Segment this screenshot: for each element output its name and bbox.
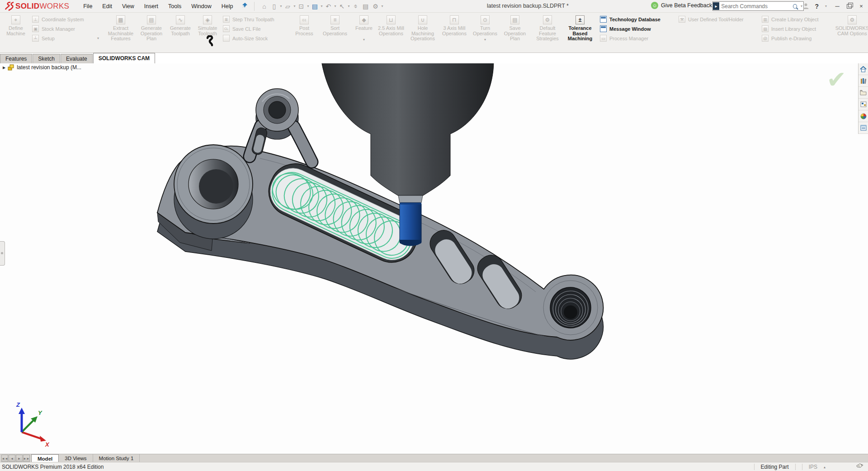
coordinate-system-icon bbox=[32, 16, 39, 23]
appearances-icon[interactable] bbox=[859, 110, 868, 122]
technology-database-icon bbox=[600, 16, 607, 23]
design-library-icon[interactable] bbox=[859, 75, 868, 87]
brand-light: WORKS bbox=[39, 2, 69, 10]
feature-button[interactable]: Feature ▾ bbox=[353, 13, 375, 52]
restore-button[interactable] bbox=[847, 4, 852, 9]
status-bar: SOLIDWORKS Premium 2018 x64 Edition Edit… bbox=[0, 462, 868, 471]
tolerance-based-machining-button[interactable]: Tolerance Based Machining bbox=[565, 13, 595, 52]
cam-options-label: SOLIDWORKS CAM Options bbox=[835, 26, 868, 36]
new-document-icon[interactable]: ▯ bbox=[269, 2, 278, 11]
stock-manager-button[interactable]: Stock Manager bbox=[32, 24, 100, 33]
post-process-button[interactable]: Post Process bbox=[291, 13, 317, 52]
file-explorer-icon[interactable] bbox=[859, 87, 868, 99]
create-library-object-button[interactable]: Create Library Object bbox=[762, 15, 829, 24]
confirmation-check-icon[interactable]: ✔ bbox=[826, 68, 846, 91]
save-icon[interactable]: ⊡ bbox=[297, 2, 306, 11]
custom-properties-icon[interactable] bbox=[859, 122, 868, 134]
define-machine-button[interactable]: Define Machine bbox=[2, 13, 30, 52]
select-icon[interactable]: ↖ bbox=[337, 2, 346, 11]
magnified-selection-icon[interactable]: ⌽ bbox=[351, 2, 360, 11]
help-dropdown-icon[interactable]: ▾ bbox=[825, 4, 827, 8]
home-icon[interactable]: ⌂ bbox=[259, 2, 269, 11]
first-tab-button[interactable]: ◄◄ bbox=[1, 455, 8, 462]
open-icon[interactable]: ▱ bbox=[283, 2, 292, 11]
setup-dropdown-icon[interactable]: ▾ bbox=[97, 36, 99, 40]
help-menu-icon[interactable]: ? bbox=[815, 3, 819, 10]
expand-arrow-icon[interactable]: ▶ bbox=[3, 66, 5, 70]
feature-tree-root[interactable]: ▶ latest revision backup (M... bbox=[3, 64, 81, 71]
menu-file[interactable]: File bbox=[78, 1, 97, 11]
menu-bar: SOLIDWORKS File Edit View Insert Tools W… bbox=[0, 0, 868, 13]
technology-database-button[interactable]: Technology Database bbox=[600, 15, 671, 24]
menu-window[interactable]: Window bbox=[186, 1, 216, 11]
feature-dropdown-icon[interactable]: ▾ bbox=[363, 38, 365, 42]
unit-system-selector[interactable]: IPS bbox=[809, 464, 817, 470]
brand-text: SOLIDWORKS bbox=[15, 2, 69, 11]
undo-icon[interactable]: ↶ bbox=[324, 2, 333, 11]
sort-operations-button[interactable]: Sort Operations bbox=[320, 13, 350, 52]
beta-feedback[interactable]: ☺ Give Beta Feedback bbox=[651, 2, 712, 9]
tab-model[interactable]: Model bbox=[31, 454, 59, 462]
default-feature-strategies-button[interactable]: Default Feature Strategies bbox=[533, 13, 562, 52]
unit-system-dropdown-icon[interactable]: ▴ bbox=[824, 465, 826, 469]
tab-motion-study-1[interactable]: Motion Study 1 bbox=[93, 454, 140, 462]
user-defined-tool-holder-button[interactable]: User Defined Tool/Holder bbox=[679, 15, 755, 24]
search-dropdown-icon[interactable]: ▾ bbox=[801, 4, 802, 8]
coordinate-system-button[interactable]: Coordinate System bbox=[32, 15, 100, 24]
close-button[interactable]: × bbox=[857, 3, 865, 10]
generate-operation-plan-button[interactable]: Generate Operation Plan bbox=[137, 13, 166, 52]
tag-icon[interactable] bbox=[856, 463, 863, 471]
file-properties-icon[interactable]: ▤ bbox=[361, 2, 370, 11]
message-window-button[interactable]: Message Window bbox=[600, 24, 671, 33]
process-manager-label: Process Manager bbox=[609, 36, 648, 41]
menu-view[interactable]: View bbox=[117, 1, 139, 11]
tab-evaluate[interactable]: Evaluate bbox=[61, 54, 93, 63]
publish-edrawing-button[interactable]: Publish e-Drawing bbox=[762, 34, 829, 43]
print-icon[interactable]: ▤ bbox=[310, 2, 319, 11]
tab-sketch[interactable]: Sketch bbox=[33, 54, 60, 63]
options-gear-icon[interactable]: ⚙ bbox=[371, 2, 380, 11]
feature-pane-splitter-handle[interactable] bbox=[0, 241, 5, 266]
user-account-icon[interactable] bbox=[802, 3, 809, 10]
auto-size-stock-button[interactable]: Auto-Size Stock bbox=[223, 34, 286, 43]
search-input[interactable] bbox=[719, 3, 793, 10]
extract-machinable-features-button[interactable]: Extract Machinable Features bbox=[105, 13, 137, 52]
menu-insert[interactable]: Insert bbox=[139, 1, 163, 11]
tab-solidworks-cam[interactable]: SOLIDWORKS CAM bbox=[93, 53, 155, 63]
minimize-button[interactable]: ─ bbox=[833, 3, 841, 10]
process-manager-button[interactable]: Process Manager bbox=[600, 34, 671, 43]
tab-features[interactable]: Features bbox=[0, 54, 32, 63]
generate-toolpath-button[interactable]: Generate Toolpath bbox=[166, 13, 194, 52]
graphics-viewport[interactable]: X Y Z ▶ latest revision backup (M... ▾ ▾ bbox=[0, 63, 868, 454]
save-operation-plan-button[interactable]: Save Operation Plan bbox=[500, 13, 530, 52]
cam-options-button[interactable]: SOLIDWORKS CAM Options bbox=[834, 13, 868, 52]
prev-tab-button[interactable]: ◄ bbox=[9, 455, 15, 462]
hole-machining-button[interactable]: Hole Machining Operations bbox=[407, 13, 439, 52]
turn-operations-dropdown-icon[interactable]: ▾ bbox=[484, 38, 486, 42]
options-dropdown-icon[interactable]: ▾ bbox=[382, 4, 383, 8]
select-dropdown-icon[interactable]: ▾ bbox=[348, 4, 349, 8]
turn-operations-button[interactable]: Turn Operations ▾ bbox=[470, 13, 500, 52]
tab-3d-views[interactable]: 3D Views bbox=[59, 454, 93, 462]
setup-button[interactable]: Setup▾ bbox=[32, 34, 100, 43]
search-scope-icon[interactable]: ▸ bbox=[713, 2, 719, 10]
menu-edit[interactable]: Edit bbox=[97, 1, 117, 11]
print-dropdown-icon[interactable]: ▾ bbox=[321, 4, 322, 8]
pin-menu-icon[interactable] bbox=[241, 2, 248, 10]
insert-library-object-button[interactable]: Insert Library Object bbox=[762, 24, 829, 33]
step-thru-toolpath-button[interactable]: Step Thru Toolpath bbox=[223, 15, 286, 24]
mill-3-axis-button[interactable]: 3 Axis Mill Operations bbox=[439, 13, 470, 52]
search-icon[interactable] bbox=[793, 4, 797, 9]
next-tab-button[interactable]: ► bbox=[16, 455, 23, 462]
mill-25-axis-button[interactable]: 2.5 Axis Mill Operations bbox=[375, 13, 407, 52]
new-dropdown-icon[interactable]: ▾ bbox=[280, 4, 282, 8]
save-cl-file-button[interactable]: Save CL File bbox=[223, 24, 286, 33]
view-palette-icon[interactable] bbox=[859, 99, 868, 110]
open-dropdown-icon[interactable]: ▾ bbox=[293, 4, 295, 8]
undo-dropdown-icon[interactable]: ▾ bbox=[334, 4, 336, 8]
task-pane-home-icon[interactable] bbox=[859, 63, 868, 75]
last-tab-button[interactable]: ►► bbox=[23, 455, 30, 462]
menu-tools[interactable]: Tools bbox=[163, 1, 186, 11]
save-dropdown-icon[interactable]: ▾ bbox=[307, 4, 309, 8]
menu-help[interactable]: Help bbox=[217, 1, 238, 11]
